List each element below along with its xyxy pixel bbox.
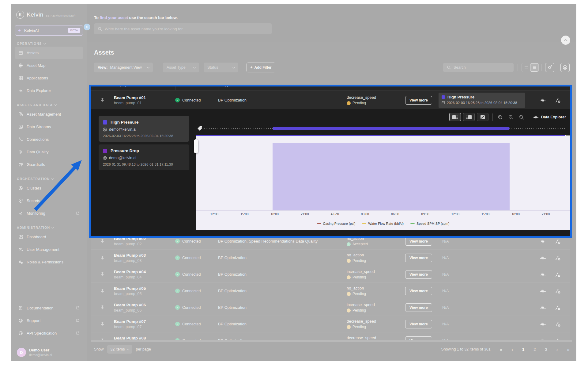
kelvin-ai-button[interactable]: ✦ KelvinAI BETA: [15, 25, 83, 36]
data-explorer-button[interactable]: Data Explorer: [533, 114, 566, 120]
pin-icon[interactable]: [100, 289, 105, 293]
horizontal-scrollbar[interactable]: [91, 340, 572, 342]
compact-list-icon[interactable]: [522, 63, 530, 72]
table-row[interactable]: Beam Pump #07 beam_pump_07 ✓ Connected B…: [91, 316, 570, 332]
asset-name[interactable]: Beam Pump #04: [114, 270, 175, 274]
event-card[interactable]: Pressure Drop demo@kelvin.ai 2026-01-31 …: [99, 144, 189, 170]
first-page-button[interactable]: «: [500, 347, 502, 352]
sidebar-item-asset-management[interactable]: Asset Management: [15, 108, 83, 121]
asset-name[interactable]: Beam Pump #03: [114, 253, 175, 258]
page-1-button[interactable]: 1: [522, 347, 524, 352]
zoom-in-icon[interactable]: [497, 114, 503, 121]
page-2-button[interactable]: 2: [533, 347, 536, 352]
table-search-input[interactable]: Search: [443, 63, 514, 72]
legend-item[interactable]: Water Flow Rate (bbl/d): [362, 222, 404, 225]
asset-search-input[interactable]: Write here the asset name you're looking…: [94, 23, 272, 34]
sidebar-item-data-explorer[interactable]: Data Explorer: [15, 84, 83, 97]
view-select[interactable]: View:Management View: [94, 63, 153, 72]
table-row[interactable]: Beam Pump #04 beam_pump_04 ✓ Connected B…: [91, 266, 570, 283]
data-explorer-icon[interactable]: [540, 238, 546, 244]
next-page-button[interactable]: ›: [556, 347, 558, 352]
sidebar-item-support[interactable]: Support: [15, 314, 83, 327]
sidebar-item-roles-permissions[interactable]: Roles & Permissions: [15, 256, 83, 268]
sidebar-item-api-specification[interactable]: API Specification: [15, 327, 83, 339]
sidebar-section-assets-and-data[interactable]: ASSETS AND DATA: [17, 103, 83, 107]
find-your-asset-link[interactable]: find your asset: [100, 15, 128, 20]
timeline-range-bar[interactable]: [273, 127, 510, 130]
sidebar-section-operations[interactable]: OPERATIONS: [17, 42, 83, 45]
data-explorer-icon[interactable]: [540, 321, 546, 327]
table-row[interactable]: Beam Pump #03 beam_pump_03 ✓ Connected B…: [91, 250, 570, 266]
data-explorer-icon[interactable]: [540, 97, 546, 103]
asset-name[interactable]: Beam Pump #01: [114, 95, 175, 100]
user-profile[interactable]: D Demo User demo@kelvin.ai: [15, 345, 83, 361]
data-explorer-icon[interactable]: [540, 271, 546, 278]
table-settings-button[interactable]: [545, 63, 554, 72]
view-more-button[interactable]: View more: [405, 254, 432, 262]
zoom-reset-icon[interactable]: [518, 114, 525, 121]
sidebar-collapse-button[interactable]: [84, 24, 90, 30]
export-button[interactable]: [560, 63, 570, 72]
legend-item[interactable]: Casing Pressure (psi): [317, 222, 356, 225]
asset-name[interactable]: Beam Pump #05: [114, 286, 175, 291]
expanded-list-icon[interactable]: [530, 63, 538, 72]
pin-icon[interactable]: [100, 239, 105, 243]
add-filter-button[interactable]: +Add Filter: [247, 63, 275, 72]
data-explorer-icon[interactable]: [540, 288, 546, 294]
pin-icon[interactable]: [100, 322, 105, 326]
view-more-button[interactable]: View more: [405, 287, 432, 295]
automation-flow-icon[interactable]: [555, 321, 561, 327]
automation-flow-icon[interactable]: [555, 288, 561, 294]
layout-list-with-chart-icon[interactable]: [463, 113, 475, 121]
layout-chart-only-icon[interactable]: [477, 113, 488, 121]
asset-type-select[interactable]: Asset Type: [163, 63, 199, 72]
sidebar-item-secrets[interactable]: Secrets: [15, 194, 83, 207]
sidebar-item-documentation[interactable]: Documentation: [15, 302, 83, 314]
legend-item[interactable]: Speed SPM SP (spm): [410, 222, 449, 225]
table-row-beam-pump-01[interactable]: Beam Pump #01 beam_pump_01 ✓ Connected B…: [91, 91, 570, 110]
sidebar-section-administration[interactable]: ADMINISTRATION: [17, 226, 83, 229]
sidebar-item-assets[interactable]: Assets: [15, 47, 83, 59]
brand-logo[interactable]: K Kelvin BETA Environment (DEV): [15, 9, 83, 20]
automation-flow-icon[interactable]: [555, 238, 561, 244]
view-more-button[interactable]: View more: [405, 270, 432, 279]
sidebar-item-connections[interactable]: Connections: [15, 133, 83, 146]
asset-name[interactable]: Beam Pump #06: [114, 303, 175, 307]
sidebar-item-data-streams[interactable]: Data Streams: [15, 121, 83, 133]
chart-scroll-nub[interactable]: [566, 135, 570, 136]
automation-flow-icon[interactable]: [555, 255, 561, 261]
asset-name[interactable]: Beam Pump #07: [114, 319, 175, 324]
scroll-to-top-button[interactable]: [561, 36, 570, 45]
sidebar-item-guardrails[interactable]: Guardrails: [15, 158, 83, 171]
automation-flow-icon[interactable]: [555, 271, 561, 278]
data-explorer-icon[interactable]: [540, 255, 546, 261]
sidebar-item-clusters[interactable]: Clusters: [15, 182, 83, 194]
sidebar-item-monitoring[interactable]: Monitoring: [15, 207, 83, 220]
sidebar-item-applications[interactable]: Applications: [15, 72, 83, 84]
per-page-select[interactable]: 32 items: [107, 345, 132, 354]
pin-icon[interactable]: [100, 98, 105, 102]
last-page-button[interactable]: »: [567, 347, 570, 352]
view-more-button[interactable]: View more: [405, 303, 432, 312]
view-more-button[interactable]: View more: [405, 320, 432, 328]
view-more-button[interactable]: View more: [405, 237, 432, 246]
sidebar-item-asset-map[interactable]: Asset Map: [15, 59, 83, 72]
view-more-button[interactable]: View more: [405, 96, 432, 105]
status-select[interactable]: Status: [204, 63, 238, 72]
event-chart[interactable]: ⋮ 12:0015:0018:0021:004 Feb03:0006:0009:…: [196, 135, 570, 230]
layout-chart-with-list-icon[interactable]: [449, 113, 461, 121]
automation-flow-icon[interactable]: [555, 97, 561, 103]
automation-flow-icon[interactable]: [555, 305, 561, 311]
sort-icon[interactable]: ⇅: [140, 86, 143, 87]
page-3-button[interactable]: 3: [545, 347, 547, 352]
pin-icon[interactable]: [100, 305, 105, 310]
table-row[interactable]: Beam Pump #06 beam_pump_06 ✓ Connected B…: [91, 299, 570, 316]
sidebar-item-dashboard[interactable]: Dashboard: [15, 231, 83, 243]
chart-drag-handle[interactable]: ⋮: [194, 139, 198, 153]
sidebar-item-data-quality[interactable]: Data Quality: [15, 146, 83, 158]
sidebar-item-user-management[interactable]: User Management: [15, 243, 83, 256]
event-chip[interactable]: High Pressure 2026-02-03 16:25:28 to 202…: [439, 93, 525, 108]
prev-page-button[interactable]: ‹: [511, 347, 513, 352]
pin-icon[interactable]: [100, 272, 105, 277]
pin-icon[interactable]: [100, 255, 105, 260]
